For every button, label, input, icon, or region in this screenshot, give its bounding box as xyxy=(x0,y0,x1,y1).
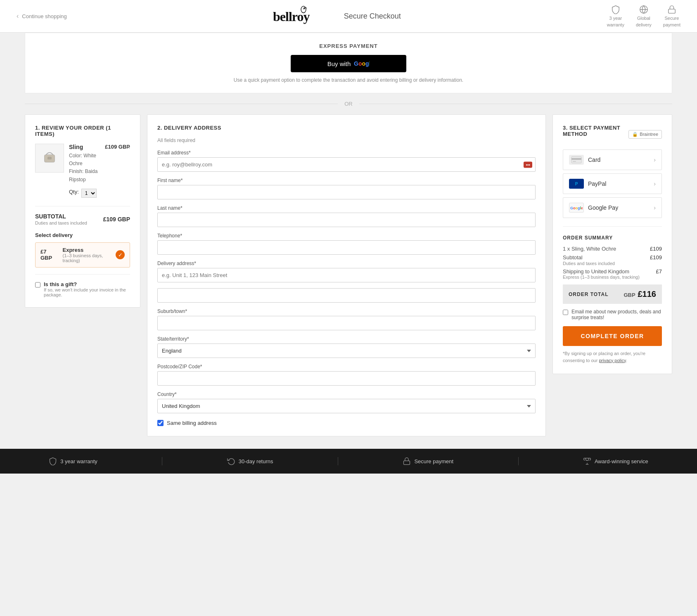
express-title: EXPRESS PAYMENT xyxy=(33,43,664,49)
last-name-group: Last name* xyxy=(157,205,536,227)
summary-subtotal-price: £109 xyxy=(650,254,662,266)
quantity-select[interactable]: 1 2 3 xyxy=(81,189,97,198)
item-quantity: Qty: 1 2 3 xyxy=(69,186,100,198)
summary-item-price: £109 xyxy=(650,246,662,252)
delivery-option-express[interactable]: £7 GBP Express (1–3 business days, track… xyxy=(35,242,130,268)
card-chevron-icon: › xyxy=(654,156,656,163)
same-billing-checkbox[interactable] xyxy=(157,420,164,426)
same-billing-label[interactable]: Same billing address xyxy=(167,420,217,426)
postcode-label: Postcode/ZIP Code* xyxy=(157,364,536,370)
last-name-label: Last name* xyxy=(157,205,536,211)
email-wrapper: ••• xyxy=(157,157,536,172)
email-opt-in-row: Email me about new products, deals and s… xyxy=(563,309,662,320)
subtotal-row: SUBTOTAL Duties and taxes included £109 … xyxy=(35,206,130,225)
warranty-line1: 3 year xyxy=(609,16,622,21)
address2-input[interactable] xyxy=(157,288,536,303)
footer-divider-2 xyxy=(338,457,338,465)
footer-secure-payment: Secure payment xyxy=(403,457,453,465)
footer-award: Award-winning service xyxy=(583,457,648,465)
order-total-label: ORDER TOTAL xyxy=(569,291,609,297)
secure-payment-badge: Secure payment xyxy=(663,5,680,27)
chevron-left-icon: ‹ xyxy=(17,12,19,20)
paypal-icon: P xyxy=(569,179,584,189)
shield-icon xyxy=(49,457,57,465)
secure-line2: payment xyxy=(663,22,680,27)
telephone-input[interactable] xyxy=(157,240,536,255)
payment-header: 3. SELECT PAYMENT METHOD 🔒 Braintree xyxy=(563,125,662,144)
gpay-buy-label: Buy with xyxy=(327,60,351,67)
svg-text:Google: Google xyxy=(354,60,370,67)
summary-item-row: 1 x Sling, White Ochre £109 xyxy=(563,246,662,252)
telephone-label: Telephone* xyxy=(157,233,536,239)
footer-warranty: 3 year warranty xyxy=(49,457,97,465)
payment-panel: 3. SELECT PAYMENT METHOD 🔒 Braintree Car… xyxy=(552,114,672,374)
payment-option-paypal[interactable]: P PayPal › xyxy=(563,173,662,194)
gift-text: Is this a gift? If so, we won't include … xyxy=(44,281,130,297)
header-badges: 3 year warranty Global delivery Secure p… xyxy=(607,5,680,27)
delivery-address-title: 2. DELIVERY ADDRESS xyxy=(157,125,536,131)
braintree-badge: 🔒 Braintree xyxy=(628,130,662,139)
main-content: 1. REVIEW YOUR ORDER (1 ITEMS) Sling Col… xyxy=(25,114,672,436)
svg-text:bellroy: bellroy xyxy=(273,9,310,24)
gift-note: If so, we won't include your invoice in … xyxy=(44,287,130,297)
googlepay-label: Google Pay xyxy=(588,204,618,211)
delivery-section: Select delivery £7 GBP Express (1–3 busi… xyxy=(35,232,130,268)
privacy-policy-link[interactable]: privacy policy xyxy=(599,358,626,363)
express-note: Use a quick payment option to complete t… xyxy=(33,77,664,83)
item-finish: Finish: Baida Ripstop xyxy=(69,168,100,183)
complete-order-button[interactable]: COMPLETE ORDER xyxy=(563,326,662,346)
delivery-badge: Global delivery xyxy=(636,5,652,27)
address1-label: Delivery address* xyxy=(157,261,536,266)
address1-input[interactable] xyxy=(157,268,536,282)
order-total-row: ORDER TOTAL GBP £116 xyxy=(563,284,662,304)
total-amount: £116 xyxy=(638,289,657,299)
order-review-title: 1. REVIEW YOUR ORDER (1 ITEMS) xyxy=(35,125,130,137)
first-name-input[interactable] xyxy=(157,185,536,199)
delivery-desc: (1–3 business days, tracking) xyxy=(63,253,116,263)
state-select[interactable]: England Scotland Wales Northern Ireland xyxy=(157,344,536,358)
state-group: State/territory* England Scotland Wales … xyxy=(157,336,536,358)
svg-rect-4 xyxy=(669,9,676,13)
braintree-label: Braintree xyxy=(640,132,658,137)
delivery-selected-icon: ✓ xyxy=(116,250,125,259)
express-payment-section: EXPRESS PAYMENT Buy with Google Pay Use … xyxy=(25,33,672,93)
delivery-title: Select delivery xyxy=(35,232,130,238)
order-total-amount: GBP £116 xyxy=(624,289,656,299)
gpay-chevron-icon: › xyxy=(654,204,656,211)
gift-row: Is this a gift? If so, we won't include … xyxy=(35,274,130,297)
payment-option-card[interactable]: Card › xyxy=(563,149,662,170)
item-details: Sling Color: White Ochre Finish: Baida R… xyxy=(69,144,100,198)
or-text: OR xyxy=(338,101,359,107)
svg-rect-11 xyxy=(571,158,581,160)
delivery-address-panel: 2. DELIVERY ADDRESS All fields required … xyxy=(147,114,546,436)
payment-option-googlepay[interactable]: Google Google Pay › xyxy=(563,197,662,218)
gift-checkbox[interactable] xyxy=(35,282,40,288)
email-label: Email address* xyxy=(157,150,536,156)
delivery-option-left: £7 GBP Express (1–3 business days, track… xyxy=(40,247,116,263)
delivery-name: Express xyxy=(63,247,116,253)
summary-shipping-note: Express (1–3 business days, tracking) xyxy=(563,275,640,280)
email-opt-in-checkbox[interactable] xyxy=(563,310,568,315)
suburb-input[interactable] xyxy=(157,316,536,330)
google-pay-express-button[interactable]: Buy with Google Pay xyxy=(291,55,406,72)
summary-shipping-row: Shipping to United Kingdom Express (1–3 … xyxy=(563,268,662,280)
postcode-group: Postcode/ZIP Code* xyxy=(157,364,536,386)
item-color: Color: White Ochre xyxy=(69,152,100,168)
payment-title: 3. SELECT PAYMENT METHOD xyxy=(563,125,628,137)
postcode-input[interactable] xyxy=(157,371,536,386)
email-input[interactable] xyxy=(157,157,536,172)
state-label: State/territory* xyxy=(157,336,536,342)
trophy-icon xyxy=(583,457,591,465)
bellroy-logo: bellroy xyxy=(273,5,339,27)
terms-note: *By signing up or placing an order, you'… xyxy=(563,350,662,364)
gpay-option-left: Google Google Pay xyxy=(569,203,618,213)
last-name-input[interactable] xyxy=(157,213,536,227)
remove-item-button[interactable]: × xyxy=(126,144,130,151)
paypal-option-left: P PayPal xyxy=(569,179,606,189)
summary-subtotal-note: Duties and taxes included xyxy=(563,261,615,266)
continue-shopping-btn[interactable]: ‹ Continue shopping xyxy=(17,12,67,20)
country-select[interactable]: United Kingdom United States Australia C… xyxy=(157,399,536,413)
order-summary-section: ORDER SUMMARY 1 x Sling, White Ochre £10… xyxy=(563,226,662,364)
footer-returns-label: 30-day returns xyxy=(239,458,273,464)
continue-shopping-label: Continue shopping xyxy=(22,13,66,19)
